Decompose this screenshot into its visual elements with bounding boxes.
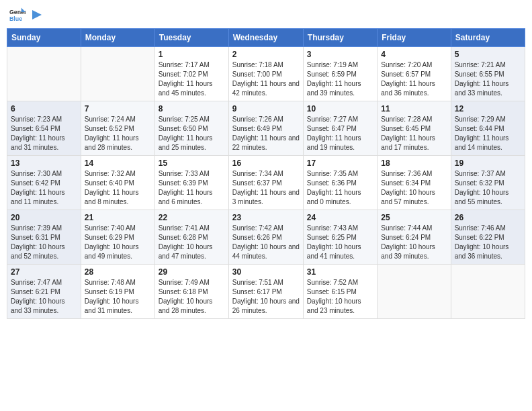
day-info: Sunrise: 7:29 AMSunset: 6:44 PMDaylight:…: [455, 115, 521, 152]
calendar-cell: [378, 265, 451, 319]
day-number: 10: [307, 104, 373, 113]
day-number: 9: [232, 104, 300, 113]
calendar-header-wednesday: Wednesday: [228, 29, 303, 47]
day-number: 13: [11, 158, 77, 168]
calendar-cell: 19Sunrise: 7:37 AMSunset: 6:32 PMDayligh…: [451, 156, 525, 210]
day-info: Sunrise: 7:24 AMSunset: 6:52 PMDaylight:…: [85, 115, 151, 152]
calendar-cell: 9Sunrise: 7:26 AMSunset: 6:49 PMDaylight…: [228, 101, 303, 156]
day-info: Sunrise: 7:26 AMSunset: 6:49 PMDaylight:…: [232, 115, 300, 152]
day-number: 5: [455, 50, 521, 59]
calendar-cell: 28Sunrise: 7:48 AMSunset: 6:19 PMDayligh…: [81, 265, 154, 319]
day-number: 4: [381, 50, 447, 59]
calendar-header-sunday: Sunday: [7, 29, 81, 47]
day-info: Sunrise: 7:32 AMSunset: 6:40 PMDaylight:…: [85, 169, 151, 207]
day-number: 22: [159, 213, 225, 222]
day-number: 1: [159, 50, 225, 59]
calendar-cell: 6Sunrise: 7:23 AMSunset: 6:54 PMDaylight…: [7, 101, 81, 156]
calendar-week-row: 27Sunrise: 7:47 AMSunset: 6:21 PMDayligh…: [7, 265, 525, 319]
day-info: Sunrise: 7:43 AMSunset: 6:25 PMDaylight:…: [307, 224, 373, 261]
logo-triangle-icon: [30, 9, 42, 21]
calendar-cell: 25Sunrise: 7:44 AMSunset: 6:24 PMDayligh…: [378, 210, 451, 265]
day-number: 2: [232, 50, 300, 59]
day-number: 24: [307, 213, 373, 222]
day-info: Sunrise: 7:17 AMSunset: 7:02 PMDaylight:…: [159, 60, 225, 98]
calendar-cell: [81, 47, 154, 101]
day-number: 11: [381, 104, 447, 113]
day-info: Sunrise: 7:18 AMSunset: 7:00 PMDaylight:…: [232, 60, 300, 98]
day-number: 30: [232, 267, 300, 277]
day-info: Sunrise: 7:47 AMSunset: 6:21 PMDaylight:…: [11, 278, 77, 316]
logo-icon: General Blue: [9, 7, 26, 23]
calendar-cell: 20Sunrise: 7:39 AMSunset: 6:31 PMDayligh…: [7, 210, 81, 265]
day-info: Sunrise: 7:39 AMSunset: 6:31 PMDaylight:…: [11, 224, 77, 261]
calendar-header-thursday: Thursday: [303, 29, 377, 47]
day-info: Sunrise: 7:34 AMSunset: 6:37 PMDaylight:…: [232, 169, 300, 207]
calendar-cell: 13Sunrise: 7:30 AMSunset: 6:42 PMDayligh…: [7, 156, 81, 210]
calendar-header-friday: Friday: [378, 29, 451, 47]
calendar-cell: 26Sunrise: 7:46 AMSunset: 6:22 PMDayligh…: [451, 210, 525, 265]
calendar-cell: 5Sunrise: 7:21 AMSunset: 6:55 PMDaylight…: [451, 47, 525, 101]
day-info: Sunrise: 7:30 AMSunset: 6:42 PMDaylight:…: [11, 169, 77, 207]
calendar-cell: 4Sunrise: 7:20 AMSunset: 6:57 PMDaylight…: [378, 47, 451, 101]
calendar-cell: 24Sunrise: 7:43 AMSunset: 6:25 PMDayligh…: [303, 210, 377, 265]
day-info: Sunrise: 7:33 AMSunset: 6:39 PMDaylight:…: [159, 169, 225, 207]
calendar-cell: 16Sunrise: 7:34 AMSunset: 6:37 PMDayligh…: [228, 156, 303, 210]
day-info: Sunrise: 7:46 AMSunset: 6:22 PMDaylight:…: [455, 224, 521, 261]
day-info: Sunrise: 7:19 AMSunset: 6:59 PMDaylight:…: [307, 60, 373, 98]
calendar-cell: 3Sunrise: 7:19 AMSunset: 6:59 PMDaylight…: [303, 47, 377, 101]
calendar-week-row: 6Sunrise: 7:23 AMSunset: 6:54 PMDaylight…: [7, 101, 525, 156]
calendar-cell: 1Sunrise: 7:17 AMSunset: 7:02 PMDaylight…: [154, 47, 228, 101]
page-header: General Blue: [7, 7, 525, 23]
calendar-cell: 12Sunrise: 7:29 AMSunset: 6:44 PMDayligh…: [451, 101, 525, 156]
calendar-week-row: 13Sunrise: 7:30 AMSunset: 6:42 PMDayligh…: [7, 156, 525, 210]
calendar-table: SundayMondayTuesdayWednesdayThursdayFrid…: [7, 28, 525, 319]
calendar-header-monday: Monday: [81, 29, 154, 47]
calendar-cell: 14Sunrise: 7:32 AMSunset: 6:40 PMDayligh…: [81, 156, 154, 210]
calendar-cell: 15Sunrise: 7:33 AMSunset: 6:39 PMDayligh…: [154, 156, 228, 210]
calendar-cell: 23Sunrise: 7:42 AMSunset: 6:26 PMDayligh…: [228, 210, 303, 265]
day-number: 12: [455, 104, 521, 113]
day-number: 3: [307, 50, 373, 59]
calendar-cell: 18Sunrise: 7:36 AMSunset: 6:34 PMDayligh…: [378, 156, 451, 210]
day-number: 26: [455, 213, 521, 222]
day-info: Sunrise: 7:48 AMSunset: 6:19 PMDaylight:…: [85, 278, 151, 316]
day-number: 27: [11, 267, 77, 277]
calendar-cell: 22Sunrise: 7:41 AMSunset: 6:28 PMDayligh…: [154, 210, 228, 265]
day-number: 31: [307, 267, 373, 277]
day-info: Sunrise: 7:42 AMSunset: 6:26 PMDaylight:…: [232, 224, 300, 261]
day-info: Sunrise: 7:41 AMSunset: 6:28 PMDaylight:…: [159, 224, 225, 261]
day-info: Sunrise: 7:49 AMSunset: 6:18 PMDaylight:…: [159, 278, 225, 316]
calendar-cell: 8Sunrise: 7:25 AMSunset: 6:50 PMDaylight…: [154, 101, 228, 156]
calendar-cell: [451, 265, 525, 319]
day-info: Sunrise: 7:37 AMSunset: 6:32 PMDaylight:…: [455, 169, 521, 207]
day-number: 16: [232, 158, 300, 168]
day-info: Sunrise: 7:44 AMSunset: 6:24 PMDaylight:…: [381, 224, 447, 261]
day-info: Sunrise: 7:20 AMSunset: 6:57 PMDaylight:…: [381, 60, 447, 98]
calendar-cell: 11Sunrise: 7:28 AMSunset: 6:45 PMDayligh…: [378, 101, 451, 156]
calendar-cell: 10Sunrise: 7:27 AMSunset: 6:47 PMDayligh…: [303, 101, 377, 156]
day-info: Sunrise: 7:28 AMSunset: 6:45 PMDaylight:…: [381, 115, 447, 152]
calendar-cell: [7, 47, 81, 101]
calendar-cell: 29Sunrise: 7:49 AMSunset: 6:18 PMDayligh…: [154, 265, 228, 319]
day-number: 8: [159, 104, 225, 113]
calendar-header-saturday: Saturday: [451, 29, 525, 47]
day-number: 20: [11, 213, 77, 222]
day-number: 17: [307, 158, 373, 168]
day-info: Sunrise: 7:23 AMSunset: 6:54 PMDaylight:…: [11, 115, 77, 152]
day-number: 29: [159, 267, 225, 277]
calendar-cell: 27Sunrise: 7:47 AMSunset: 6:21 PMDayligh…: [7, 265, 81, 319]
day-number: 19: [455, 158, 521, 168]
day-info: Sunrise: 7:25 AMSunset: 6:50 PMDaylight:…: [159, 115, 225, 152]
calendar-week-row: 20Sunrise: 7:39 AMSunset: 6:31 PMDayligh…: [7, 210, 525, 265]
day-number: 28: [85, 267, 151, 277]
calendar-week-row: 1Sunrise: 7:17 AMSunset: 7:02 PMDaylight…: [7, 47, 525, 101]
day-info: Sunrise: 7:51 AMSunset: 6:17 PMDaylight:…: [232, 278, 300, 316]
calendar-cell: 17Sunrise: 7:35 AMSunset: 6:36 PMDayligh…: [303, 156, 377, 210]
day-number: 18: [381, 158, 447, 168]
calendar-cell: 21Sunrise: 7:40 AMSunset: 6:29 PMDayligh…: [81, 210, 154, 265]
day-info: Sunrise: 7:21 AMSunset: 6:55 PMDaylight:…: [455, 60, 521, 98]
day-info: Sunrise: 7:35 AMSunset: 6:36 PMDaylight:…: [307, 169, 373, 207]
day-number: 23: [232, 213, 300, 222]
day-number: 6: [11, 104, 77, 113]
day-info: Sunrise: 7:40 AMSunset: 6:29 PMDaylight:…: [85, 224, 151, 261]
